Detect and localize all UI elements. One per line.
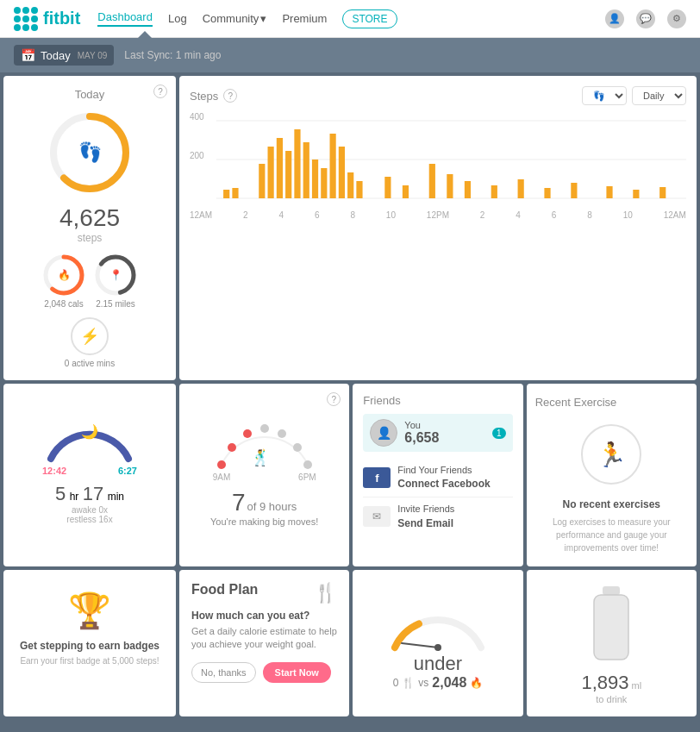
chart-labels: 12AM 2 4 6 8 10 12PM 2 4 6 8 10 12AM xyxy=(190,210,686,220)
x-label-10: 10 xyxy=(386,210,396,220)
logo[interactable]: fitbit xyxy=(14,7,80,31)
sleep-hours: 5 xyxy=(55,483,66,504)
water-amount-row: 1,893 ml xyxy=(581,672,641,694)
chevron-down-icon: ▾ xyxy=(260,12,266,25)
nav-dashboard[interactable]: Dashboard xyxy=(97,10,153,27)
trophy-icon: 🏆 xyxy=(68,591,111,631)
sleep-hr-label: hr xyxy=(70,491,79,503)
chart-period-select[interactable]: Daily xyxy=(632,86,686,105)
exercise-title: Recent Exercise xyxy=(535,396,617,409)
active-hours-gauge: 🕺 xyxy=(213,404,316,469)
today-card-title: Today xyxy=(75,88,105,101)
svg-point-37 xyxy=(243,429,252,438)
food-title: Food Plan xyxy=(191,582,258,597)
nav-premium[interactable]: Premium xyxy=(282,12,327,25)
calorie-gauge xyxy=(386,587,490,648)
invite-friends-action[interactable]: ✉ Invite Friends Send Email xyxy=(363,497,512,535)
badges-sub: Earn your first badge at 5,000 steps! xyxy=(20,655,159,667)
svg-rect-33 xyxy=(633,190,639,198)
svg-rect-17 xyxy=(312,160,318,198)
sleep-start: 12:42 xyxy=(42,466,66,476)
sleep-end: 6:27 xyxy=(118,466,137,476)
profile-icon[interactable]: 👤 xyxy=(605,9,624,28)
run-icon-circle: 🏃 xyxy=(581,424,641,485)
find-friends-action[interactable]: f Find Your Friends Connect Facebook xyxy=(363,459,512,497)
store-button[interactable]: STORE xyxy=(342,9,397,28)
x-label-8b: 8 xyxy=(587,210,592,220)
x-label-6b: 6 xyxy=(552,210,557,220)
svg-rect-9 xyxy=(223,190,229,198)
hours-count-row: 7 of 9 hours xyxy=(232,489,297,516)
y-label-200: 200 xyxy=(190,151,204,160)
svg-rect-31 xyxy=(571,183,577,198)
today-badge[interactable]: 📅 Today MAY 09 xyxy=(14,45,114,66)
svg-rect-46 xyxy=(594,595,628,660)
water-bottle xyxy=(585,582,637,672)
steps-chart-title: Steps xyxy=(190,90,218,103)
end-time-label: 6PM xyxy=(298,472,316,482)
steps-help-icon[interactable]: ? xyxy=(223,89,237,103)
svg-rect-11 xyxy=(259,164,265,198)
svg-point-41 xyxy=(303,460,312,469)
sleep-min-label: min xyxy=(108,491,124,503)
badges-card: 🏆 Get stepping to earn badges Earn your … xyxy=(3,570,176,716)
svg-rect-13 xyxy=(277,138,283,198)
sleep-duration: 5 hr 17 min xyxy=(55,483,124,505)
chart-view-select[interactable]: 👣 xyxy=(582,86,627,105)
active-hours-help[interactable]: ? xyxy=(327,392,341,406)
water-label: to drink xyxy=(596,694,627,704)
no-exercise-text: No recent exercises xyxy=(563,498,660,510)
nav-icons: 👤 💬 ⚙ xyxy=(605,9,686,28)
mini-stats: 🔥 2,048 cals 📍 2.15 miles xyxy=(41,253,138,309)
email-icon: ✉ xyxy=(363,506,391,527)
main-grid: Today ? 👣 4,625 steps 🔥 2,048 xyxy=(0,72,700,720)
today-help-icon[interactable]: ? xyxy=(153,84,167,98)
svg-text:🕺: 🕺 xyxy=(251,448,271,467)
friend-you-row: 👤 You 6,658 1 xyxy=(363,414,512,452)
badges-title: Get stepping to earn badges xyxy=(20,640,159,652)
fork-icon: 🍴 xyxy=(402,677,415,689)
settings-icon[interactable]: ⚙ xyxy=(667,9,686,28)
location-icon: 📍 xyxy=(109,269,122,281)
svg-rect-14 xyxy=(285,151,291,198)
start-now-button[interactable]: Start Now xyxy=(263,662,331,683)
friend-name: You xyxy=(404,420,485,430)
calorie-card: under 0 🍴 vs 2,048 🔥 xyxy=(353,570,522,716)
x-label-12am2: 12AM xyxy=(664,210,686,220)
nav-community[interactable]: Community ▾ xyxy=(203,12,267,25)
steps-ring: 👣 xyxy=(47,109,133,196)
fire-icon: 🔥 xyxy=(470,677,483,689)
nav-log[interactable]: Log xyxy=(168,12,187,25)
no-thanks-button[interactable]: No, thanks xyxy=(191,662,256,683)
svg-line-43 xyxy=(402,643,438,648)
friend-badge: 1 xyxy=(492,428,506,439)
exercise-card: Recent Exercise 🏃 No recent exercises Lo… xyxy=(527,384,697,566)
svg-rect-12 xyxy=(268,147,274,198)
logo-text: fitbit xyxy=(43,9,80,28)
friend-avatar: 👤 xyxy=(370,419,397,447)
x-label-12am1: 12AM xyxy=(190,210,212,220)
today-bar: 📅 Today MAY 09 Last Sync: 1 min ago xyxy=(0,38,700,72)
calendar-icon: 📅 xyxy=(21,48,35,62)
water-unit: ml xyxy=(632,680,642,691)
svg-rect-23 xyxy=(384,177,391,198)
x-label-4b: 4 xyxy=(516,210,521,220)
svg-rect-27 xyxy=(465,181,471,198)
steps-chart-header: Steps ? 👣 Daily xyxy=(190,86,686,105)
logo-dots xyxy=(14,7,38,31)
invite-text: Invite Friends Send Email xyxy=(397,503,454,530)
friends-title: Friends xyxy=(363,394,512,407)
hours-count: 7 xyxy=(232,489,246,516)
svg-rect-26 xyxy=(447,174,453,198)
today-card: Today ? 👣 4,625 steps 🔥 2,048 xyxy=(3,76,176,380)
miles-ring: 📍 xyxy=(93,253,138,297)
svg-rect-25 xyxy=(429,164,435,198)
hours-desc: You're making big moves! xyxy=(210,516,318,527)
svg-rect-28 xyxy=(491,185,497,198)
chart-area: 400 200 xyxy=(190,112,686,207)
navbar: fitbit Dashboard Log Community ▾ Premium… xyxy=(0,0,700,38)
messages-icon[interactable]: 💬 xyxy=(636,9,655,28)
svg-rect-24 xyxy=(403,185,409,198)
active-hours-card: ? 🕺 9AM 6PM 7 of 9 hours xyxy=(179,384,349,566)
eaten-amount: 0 xyxy=(393,677,399,689)
